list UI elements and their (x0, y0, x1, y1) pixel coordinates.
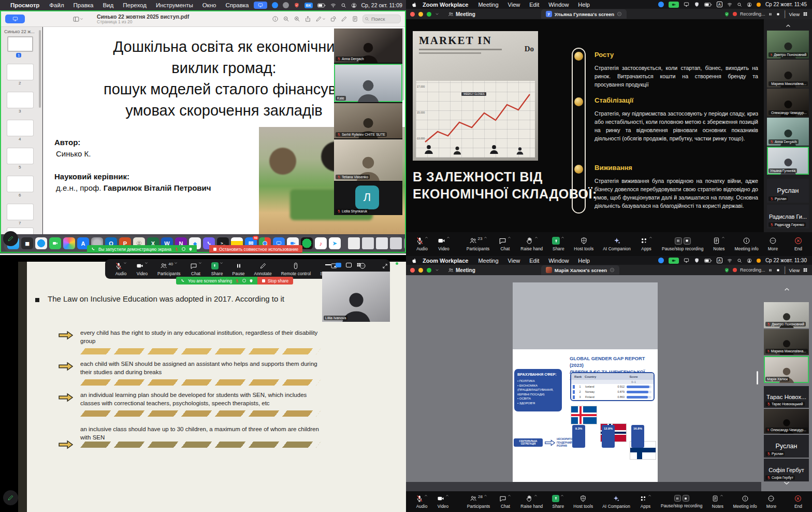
menu-item[interactable]: Window (544, 2, 573, 8)
meeting-info-button[interactable]: Meeting info (730, 232, 763, 256)
chat-button[interactable]: Chat (495, 491, 516, 512)
participant-tile[interactable]: Олександр Чемодур... (767, 89, 809, 117)
video-button[interactable]: Video (433, 232, 455, 256)
menu-item[interactable]: View (503, 258, 525, 264)
scroll-up-chevron[interactable] (761, 285, 812, 294)
tab-shared-screen[interactable]: У Ульяна Гуляева's screen (541, 9, 627, 19)
participant-tile[interactable]: Дмитро Поночовний (767, 31, 809, 59)
menu-item[interactable]: Инструменты (151, 2, 198, 8)
video-status-icon[interactable] (182, 247, 185, 251)
participant-tile[interactable]: Anna Dergach (334, 29, 402, 63)
shield-menu-icon[interactable] (694, 2, 700, 7)
participant-tile[interactable]: Tetiana Vlasenko (334, 139, 402, 181)
security-icon[interactable] (249, 279, 253, 283)
minimized-window-2[interactable] (362, 237, 374, 249)
security-shield-icon[interactable] (724, 267, 730, 273)
share-button[interactable]: Share (207, 259, 228, 279)
menubar-clock[interactable]: Ср, 22 окт. 11:09 (361, 2, 402, 8)
page-thumbnail[interactable] (7, 204, 33, 220)
sidebar-scrollbar[interactable] (39, 30, 41, 108)
view-button[interactable]: View (789, 11, 800, 17)
sidebar-toggle-button[interactable] (72, 16, 83, 23)
zoom-out-button[interactable] (283, 16, 289, 22)
menu-item[interactable]: Help (573, 258, 594, 264)
user-menu-icon[interactable] (351, 3, 357, 8)
raise-hand-button[interactable]: Raise hand (516, 491, 547, 512)
minimized-window-3[interactable] (376, 237, 388, 249)
spotlight-icon[interactable] (737, 258, 742, 263)
menu-item[interactable]: Help (573, 2, 594, 8)
participant-tile[interactable]: Liliia Ivanova (322, 272, 390, 322)
menu-item[interactable]: Meeting (473, 258, 503, 264)
user-menu-icon[interactable] (747, 2, 752, 7)
close-window-button[interactable] (410, 12, 415, 17)
menu-app-name[interactable]: Просмотр (5, 2, 45, 8)
stop-share-button[interactable]: Stop share (257, 277, 293, 285)
scroll-up-chevron[interactable] (764, 21, 812, 30)
user-menu-icon[interactable] (747, 258, 752, 263)
participants-button[interactable]: 28Participants (462, 491, 495, 512)
participant-tile[interactable]: Тарас Новох...Тарас Новохацький (764, 386, 809, 408)
remote-control-button[interactable]: Remote control (277, 259, 316, 279)
chevron-down-icon[interactable] (435, 268, 439, 272)
chat-button[interactable]: Chat (494, 232, 516, 256)
zoom-app-menu-icon[interactable] (658, 2, 664, 7)
menu-item[interactable]: Вид (98, 2, 118, 8)
security-shield-icon[interactable] (724, 11, 730, 17)
stop-share-button[interactable]: Остановить совместное использование (209, 245, 302, 253)
shield-menu-icon[interactable] (694, 258, 700, 263)
host-tools-button[interactable]: Host tools (569, 491, 598, 512)
markup-pencil-button[interactable] (315, 16, 326, 22)
apps-button[interactable]: Apps (635, 232, 657, 256)
tab-meeting[interactable]: Meeting (448, 11, 475, 17)
scroll-down-chevron[interactable] (761, 478, 812, 487)
vk-menu-icon[interactable]: ВК (304, 3, 313, 8)
muted-mic-icon[interactable] (235, 279, 239, 283)
more-button[interactable]: More (763, 232, 782, 256)
dock-icon-music-green[interactable] (301, 237, 313, 249)
participant-tile[interactable]: Anna Dergach (767, 118, 809, 146)
zoom-app-menu-icon[interactable] (272, 2, 278, 8)
audio-button[interactable]: Audio (411, 491, 432, 512)
strip-view-icon[interactable] (346, 263, 352, 267)
dock-icon-music[interactable]: ♪ (315, 237, 327, 249)
annotate-button[interactable] (3, 490, 18, 505)
dock-icon-photos[interactable] (63, 237, 75, 249)
speaker-view-icon[interactable] (336, 263, 341, 267)
security-icon[interactable] (189, 247, 193, 251)
participant-tile[interactable]: Олександр Чемодур... (764, 409, 809, 434)
menu-app-name[interactable]: Zoom Workplace (417, 2, 473, 8)
page-thumbnail[interactable] (7, 64, 33, 80)
pause-share-button[interactable]: Pause (228, 259, 250, 279)
participant-tile[interactable]: РусланРуслан (767, 179, 809, 203)
apps-button[interactable]: Apps (635, 491, 656, 512)
stop-recording-icon[interactable] (776, 12, 780, 17)
wifi-icon[interactable] (727, 2, 732, 7)
dock-icon-launchpad[interactable]: ▦ (21, 237, 33, 249)
input-source-icon[interactable]: A (717, 2, 722, 7)
menu-item[interactable]: Edit (525, 258, 544, 264)
pause-recording-icon[interactable] (768, 268, 773, 273)
input-source-icon[interactable]: A (717, 258, 722, 263)
dock-icon-facetime[interactable] (49, 237, 61, 249)
share-button[interactable]: Share (547, 491, 569, 512)
minimize-panel-icon[interactable] (325, 264, 331, 265)
menu-item[interactable]: Файл (45, 2, 68, 8)
minimize-window-button[interactable] (418, 268, 423, 273)
raise-hand-button[interactable]: Raise hand (516, 232, 547, 256)
menubar-clock[interactable]: Ср 22 жовт. 11:30 (765, 258, 807, 263)
notes-button[interactable]: Notes (707, 491, 728, 512)
tab-shared-screen[interactable]: Марія Халюк's screen (541, 265, 619, 275)
participants-button[interactable]: 23Participants (462, 232, 495, 256)
screen-sharing-indicator[interactable] (5, 15, 25, 23)
camera-in-use-icon[interactable] (669, 258, 679, 264)
tab-meeting[interactable]: Meeting (448, 267, 475, 273)
menu-item[interactable]: View (503, 2, 525, 8)
pause-recording-icon[interactable] (768, 12, 773, 17)
pause-stop-recording-button[interactable]: Pause/stop recording (657, 232, 708, 256)
participants-button[interactable]: 40Participants (153, 259, 185, 279)
minimize-window-button[interactable] (418, 12, 423, 17)
page-number-selected[interactable]: 1 (16, 53, 21, 58)
page-thumbnail[interactable] (7, 176, 33, 192)
spotlight-icon[interactable] (737, 2, 742, 7)
